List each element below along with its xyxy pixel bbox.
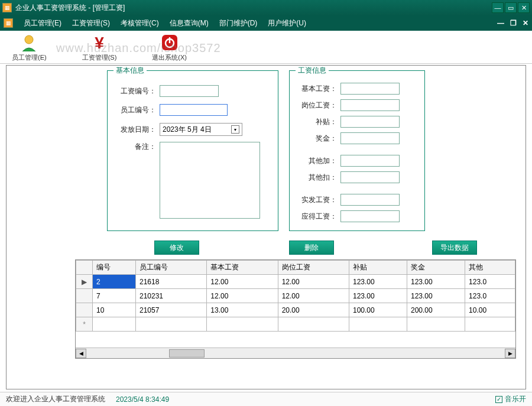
menu-query[interactable]: 信息查询(M) xyxy=(170,18,209,28)
new-row[interactable]: * xyxy=(76,317,515,332)
bonus-input[interactable] xyxy=(340,132,400,144)
salary-legend: 工资信息 xyxy=(296,66,329,76)
cell[interactable] xyxy=(407,317,465,332)
cell[interactable]: 12.00 xyxy=(207,289,278,303)
cell[interactable]: 2 xyxy=(93,275,136,289)
cell[interactable] xyxy=(135,317,206,332)
col-other[interactable]: 其他 xyxy=(465,261,515,275)
data-grid[interactable]: 编号 员工编号 基本工资 岗位工资 补贴 奖金 其他 ▶22161812.001… xyxy=(75,259,516,359)
cell[interactable]: 13.00 xyxy=(207,303,278,317)
scroll-thumb[interactable] xyxy=(169,349,205,358)
menubar-app-icon: ▦ xyxy=(4,18,13,28)
tool-exit[interactable]: 退出系统(X) xyxy=(152,33,187,62)
salary-id-input[interactable] xyxy=(160,85,219,97)
col-subsidy[interactable]: 补贴 xyxy=(349,261,407,275)
table-row[interactable]: 721023112.0012.00123.00123.00123.0 xyxy=(76,289,515,303)
mdi-close-button[interactable]: ✕ xyxy=(523,19,528,27)
svg-point-0 xyxy=(25,35,33,44)
cell[interactable]: 7 xyxy=(93,289,136,303)
cell[interactable]: 21618 xyxy=(135,275,206,289)
row-header-corner xyxy=(76,261,93,275)
post-input[interactable] xyxy=(340,99,400,111)
subsidy-label: 补贴： xyxy=(298,117,337,127)
col-post[interactable]: 岗位工资 xyxy=(278,261,349,275)
tool-employee[interactable]: 员工管理(E) xyxy=(12,33,47,62)
close-button[interactable]: ✕ xyxy=(518,2,530,13)
menu-employee[interactable]: 员工管理(E) xyxy=(24,18,61,28)
cell[interactable]: 200.00 xyxy=(407,303,465,317)
cell[interactable]: 210231 xyxy=(135,289,206,303)
menubar: ▦ 员工管理(E) 工资管理(S) 考核管理(C) 信息查询(M) 部门维护(D… xyxy=(0,15,532,31)
groupbox-salary-info: 工资信息 基本工资： 岗位工资： 补贴： 奖金： 其他加： 其他扣： 实发工资：… xyxy=(289,70,425,231)
grid-header-row: 编号 员工编号 基本工资 岗位工资 补贴 奖金 其他 xyxy=(76,261,515,275)
cell[interactable]: 123.00 xyxy=(349,289,407,303)
cell[interactable] xyxy=(349,317,407,332)
yen-icon: ¥ xyxy=(90,33,109,52)
cell[interactable] xyxy=(278,317,349,332)
col-id[interactable]: 编号 xyxy=(93,261,136,275)
status-welcome: 欢迎进入企业人事工资管理系统 xyxy=(6,394,105,404)
col-emp[interactable]: 员工编号 xyxy=(135,261,206,275)
col-base[interactable]: 基本工资 xyxy=(207,261,278,275)
emp-id-label: 员工编号： xyxy=(117,105,156,115)
maximize-button[interactable]: ▭ xyxy=(505,2,517,13)
col-bonus[interactable]: 奖金 xyxy=(407,261,465,275)
scroll-left-icon[interactable]: ◀ xyxy=(76,349,86,358)
cell[interactable]: 100.00 xyxy=(349,303,407,317)
window-buttons: ― ▭ ✕ xyxy=(492,2,530,13)
cell[interactable] xyxy=(207,317,278,332)
cell[interactable]: 10.00 xyxy=(465,303,515,317)
cell[interactable] xyxy=(465,317,515,332)
menu-user[interactable]: 用户维护(U) xyxy=(268,18,306,28)
tool-exit-label: 退出系统(X) xyxy=(152,53,187,62)
mdi-restore-button[interactable]: ❐ xyxy=(510,19,517,27)
scroll-right-icon[interactable]: ▶ xyxy=(505,349,515,358)
cell[interactable]: 123.00 xyxy=(407,289,465,303)
remark-textarea[interactable] xyxy=(160,142,260,219)
svg-text:¥: ¥ xyxy=(95,34,104,51)
cell[interactable]: 10 xyxy=(93,303,136,317)
net-label: 实发工资： xyxy=(298,195,337,205)
salary-id-label: 工资编号： xyxy=(117,86,156,96)
cell[interactable]: 20.00 xyxy=(278,303,349,317)
delete-button[interactable]: 删除 xyxy=(289,241,334,255)
pay-date-picker[interactable]: 2023年 5月 4日 ▾ xyxy=(160,123,242,136)
power-icon xyxy=(160,33,179,52)
should-input[interactable] xyxy=(340,210,400,222)
subsidy-input[interactable] xyxy=(340,116,400,128)
minimize-button[interactable]: ― xyxy=(492,2,504,13)
cell[interactable]: 21057 xyxy=(135,303,206,317)
tool-salary[interactable]: ¥ 工资管理(S) xyxy=(82,33,117,62)
calendar-dropdown-icon[interactable]: ▾ xyxy=(231,125,239,134)
row-indicator: ▶ xyxy=(76,275,93,289)
cell[interactable]: 123.00 xyxy=(349,275,407,289)
menu-assessment[interactable]: 考核管理(C) xyxy=(121,18,159,28)
tool-employee-label: 员工管理(E) xyxy=(12,53,47,62)
base-label: 基本工资： xyxy=(298,84,337,94)
cell[interactable]: 12.00 xyxy=(278,289,349,303)
cell[interactable]: 12.00 xyxy=(278,275,349,289)
music-toggle[interactable]: ✓ 音乐开 xyxy=(495,394,526,404)
base-input[interactable] xyxy=(340,83,400,95)
net-input[interactable] xyxy=(340,194,400,206)
export-button[interactable]: 导出数据 xyxy=(432,241,477,255)
cell[interactable] xyxy=(93,317,136,332)
menu-department[interactable]: 部门维护(D) xyxy=(219,18,258,28)
menu-salary[interactable]: 工资管理(S) xyxy=(72,18,110,28)
table-row[interactable]: 102105713.0020.00100.00200.0010.00 xyxy=(76,303,515,317)
other-ded-input[interactable] xyxy=(340,171,400,183)
emp-id-input[interactable] xyxy=(160,104,228,116)
other-add-input[interactable] xyxy=(340,155,400,167)
bonus-label: 奖金： xyxy=(298,134,337,144)
table-row[interactable]: ▶22161812.0012.00123.00123.00123.0 xyxy=(76,275,515,289)
window-title: 企业人事工资管理系统 - [管理工资] xyxy=(15,3,492,13)
edit-button[interactable]: 修改 xyxy=(154,241,199,255)
toolbar: 员工管理(E) ¥ 工资管理(S) 退出系统(X) www.huzhan.com… xyxy=(0,31,532,64)
cell[interactable]: 123.0 xyxy=(465,289,515,303)
cell[interactable]: 12.00 xyxy=(207,275,278,289)
cell[interactable]: 123.0 xyxy=(465,275,515,289)
cell[interactable]: 123.00 xyxy=(407,275,465,289)
mdi-minimize-button[interactable]: ― xyxy=(497,19,504,27)
basic-legend: 基本信息 xyxy=(113,66,147,76)
horizontal-scrollbar[interactable]: ◀ ▶ xyxy=(76,347,515,358)
